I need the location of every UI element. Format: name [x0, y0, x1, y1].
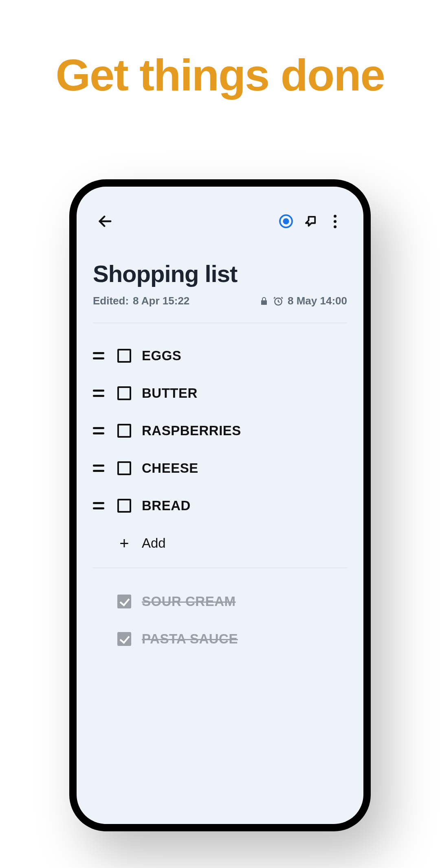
edited-prefix: Edited:	[93, 295, 129, 307]
alarm-icon	[273, 296, 284, 306]
note-title[interactable]: Shopping list	[93, 260, 347, 287]
list-item[interactable]: BUTTER	[93, 375, 347, 412]
add-item-button[interactable]: + Add	[93, 524, 347, 562]
divider	[93, 323, 347, 323]
app-screen: Shopping list Edited: 8 Apr 15:22 8 May …	[77, 187, 363, 824]
more-button[interactable]	[323, 209, 347, 234]
edited-timestamp: 8 Apr 15:22	[133, 295, 189, 307]
drag-handle-icon[interactable]	[93, 349, 107, 363]
arrow-left-icon	[97, 213, 113, 229]
pin-button[interactable]	[298, 209, 323, 234]
list-item[interactable]: CHEESE	[93, 449, 347, 487]
reminder-timestamp[interactable]: 8 May 14:00	[288, 295, 347, 307]
more-vertical-icon	[334, 215, 337, 228]
checkbox[interactable]	[117, 461, 131, 475]
record-icon	[279, 214, 293, 229]
record-button[interactable]	[274, 209, 298, 234]
top-bar	[93, 207, 347, 236]
list-item-label[interactable]: SOUR CREAM	[142, 594, 236, 609]
completed-list: SOUR CREAM PASTA SAUCE	[93, 583, 347, 658]
list-item[interactable]: EGGS	[93, 337, 347, 375]
list-item-label[interactable]: PASTA SAUCE	[142, 631, 238, 647]
checkbox[interactable]	[117, 424, 131, 438]
lock-icon	[259, 296, 269, 306]
list-item-label[interactable]: RASPBERRIES	[142, 423, 241, 438]
checkbox[interactable]	[117, 499, 131, 513]
phone-frame: Shopping list Edited: 8 Apr 15:22 8 May …	[69, 179, 371, 831]
todo-list: EGGS BUTTER RASPBERRIES CHEESE BREAD	[93, 337, 347, 562]
list-item-label[interactable]: EGGS	[142, 348, 181, 364]
drag-handle-icon[interactable]	[93, 424, 107, 438]
drag-handle-icon[interactable]	[93, 386, 107, 400]
list-item-label[interactable]: CHEESE	[142, 460, 198, 476]
list-item[interactable]: RASPBERRIES	[93, 412, 347, 449]
drag-handle-icon[interactable]	[93, 499, 107, 513]
list-item[interactable]: SOUR CREAM	[93, 583, 347, 620]
list-item[interactable]: BREAD	[93, 487, 347, 524]
meta-row: Edited: 8 Apr 15:22 8 May 14:00	[93, 295, 347, 307]
list-item[interactable]: PASTA SAUCE	[93, 620, 347, 658]
pin-icon	[303, 214, 318, 229]
plus-icon: +	[117, 534, 131, 553]
hero-headline: Get things done	[0, 49, 440, 101]
checkbox[interactable]	[117, 349, 131, 363]
svg-point-2	[283, 218, 289, 225]
add-label: Add	[142, 535, 166, 551]
checkbox-checked[interactable]	[117, 632, 131, 646]
checkbox[interactable]	[117, 386, 131, 400]
back-button[interactable]	[93, 209, 117, 234]
divider	[93, 568, 347, 568]
list-item-label[interactable]: BUTTER	[142, 386, 198, 401]
checkbox-checked[interactable]	[117, 595, 131, 608]
list-item-label[interactable]: BREAD	[142, 498, 191, 513]
drag-handle-icon[interactable]	[93, 461, 107, 475]
